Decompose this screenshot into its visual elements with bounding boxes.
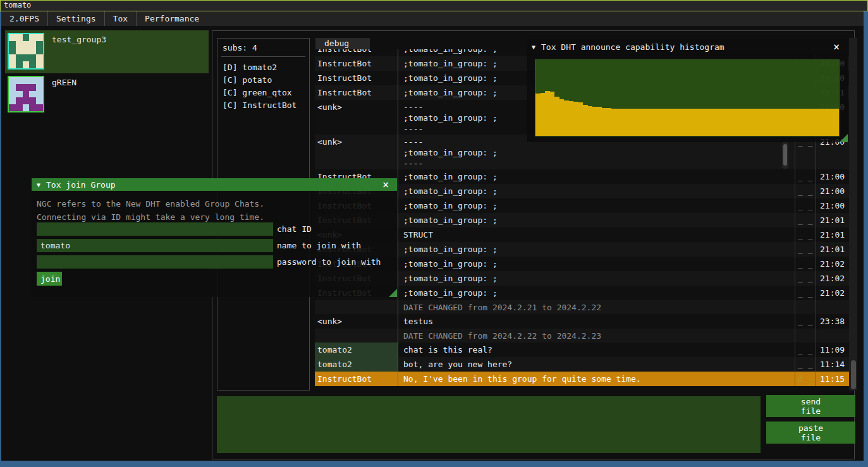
group-row[interactable]: test_group3 bbox=[5, 30, 209, 73]
chat-scrollbar-track[interactable] bbox=[849, 38, 857, 391]
paste-file-button[interactable]: paste file bbox=[766, 422, 855, 444]
chat-sender: tomato2 bbox=[315, 357, 398, 372]
avatar-pixel bbox=[29, 61, 36, 68]
join-password-label: password to join with bbox=[277, 257, 381, 267]
chat-row[interactable]: DATE CHANGED from 2024.2.22 to 2024.2.23 bbox=[315, 329, 850, 343]
chat-sender: InstructBot bbox=[315, 56, 398, 71]
join-group-window-title: Tox join Group bbox=[46, 180, 116, 190]
window-border-bottom bbox=[0, 461, 868, 467]
menu-item-tox[interactable]: Tox bbox=[105, 11, 136, 26]
histogram-bar bbox=[659, 109, 664, 136]
histogram-bar bbox=[792, 109, 797, 136]
avatar-pixel bbox=[36, 54, 43, 61]
histogram-bar bbox=[716, 109, 721, 136]
histogram-bar bbox=[697, 109, 702, 136]
join-name-input[interactable] bbox=[37, 239, 273, 252]
menu-item-settings[interactable]: Settings bbox=[48, 11, 104, 26]
chat-message-line: ---- bbox=[403, 158, 790, 169]
chat-sender bbox=[315, 300, 398, 314]
avatar-pixel bbox=[16, 34, 23, 41]
window-border-left bbox=[0, 11, 1, 467]
group-list: test_group3gREEN bbox=[5, 30, 209, 116]
window-border-right bbox=[864, 11, 868, 467]
avatar-pixel bbox=[29, 91, 36, 98]
histogram-window-titlebar[interactable]: ▼ Tox DHT announce capability histogram … bbox=[527, 39, 848, 54]
avatar-pixel bbox=[36, 61, 43, 68]
histogram-bar bbox=[583, 105, 588, 136]
histogram-bar bbox=[664, 109, 669, 136]
histogram-bar bbox=[626, 109, 631, 136]
chat-message: testus bbox=[398, 314, 795, 329]
avatar-pixel bbox=[36, 41, 43, 48]
chat-row[interactable]: tomato2chat is this real?_ _11:09 bbox=[315, 343, 850, 357]
chat-message-line: ;tomato_in_group: ; bbox=[403, 200, 790, 211]
chat-row[interactable]: InstructBotNo, I've been in this group f… bbox=[315, 372, 850, 386]
fps-indicator: 2.0FPS bbox=[1, 11, 47, 26]
chat-message-line: ;tomato_in_group: ; bbox=[403, 215, 790, 226]
avatar-pixel bbox=[16, 97, 23, 104]
chat-message-line: bot, are you new here? bbox=[403, 359, 790, 370]
chat-message-line: ;tomato_in_group: ; bbox=[403, 244, 790, 255]
chat-message: ;tomato_in_group: ; bbox=[398, 286, 795, 300]
avatar-pixel bbox=[29, 84, 36, 91]
chat-message-line: STRUCT bbox=[403, 229, 790, 240]
chat-row[interactable]: <unk>testus_ _23:38 bbox=[315, 314, 850, 329]
chat-row[interactable]: tomato2bot, are you new here?_ _11:14 bbox=[315, 357, 850, 372]
avatar-pixel bbox=[16, 61, 23, 68]
histogram-bar bbox=[782, 109, 787, 136]
join-button[interactable]: join bbox=[37, 272, 62, 286]
resize-grip-icon[interactable] bbox=[389, 289, 397, 297]
chat-flags bbox=[795, 300, 816, 314]
chat-message: ;tomato_in_group: ; bbox=[398, 213, 795, 227]
histogram-bar bbox=[554, 97, 559, 136]
chat-flags: _ _ bbox=[795, 184, 816, 198]
tab-debug[interactable]: debug bbox=[315, 38, 370, 49]
join-password-input[interactable] bbox=[37, 255, 273, 269]
chat-sender: <unk> bbox=[315, 135, 398, 169]
join-name-label: name to join with bbox=[277, 241, 361, 250]
avatar-pixel bbox=[23, 104, 30, 111]
chat-row[interactable]: DATE CHANGED from 2024.2.21 to 2024.2.22 bbox=[315, 300, 850, 314]
close-icon[interactable]: × bbox=[379, 179, 392, 190]
avatar-pixel bbox=[29, 97, 36, 104]
inner-scrollbar-grab[interactable] bbox=[783, 144, 787, 166]
group-avatar bbox=[8, 33, 44, 70]
avatar-pixel bbox=[9, 77, 16, 84]
avatar-pixel bbox=[9, 84, 16, 91]
resize-grip-icon[interactable] bbox=[840, 134, 848, 142]
subs-member[interactable]: [C] green_qtox bbox=[223, 87, 304, 99]
chat-scrollbar-grab[interactable] bbox=[851, 360, 856, 389]
chat-timestamp: 21:00 bbox=[816, 184, 850, 198]
close-icon[interactable]: × bbox=[830, 42, 843, 52]
send-file-button[interactable]: send file bbox=[766, 395, 855, 417]
avatar-pixel bbox=[36, 84, 43, 91]
subs-member[interactable]: [C] potato bbox=[223, 74, 304, 87]
avatar-pixel bbox=[36, 91, 43, 98]
chat-id-input[interactable] bbox=[37, 222, 273, 236]
join-group-window-titlebar[interactable]: ▼ Tox join Group × bbox=[32, 178, 397, 191]
histogram-bar bbox=[773, 109, 778, 136]
collapse-arrow-icon[interactable]: ▼ bbox=[37, 181, 40, 188]
window-titlebar[interactable]: tomato bbox=[0, 0, 868, 11]
chat-message-line: DATE CHANGED from 2024.2.22 to 2024.2.23 bbox=[403, 331, 790, 341]
histogram-bar bbox=[588, 106, 593, 136]
collapse-arrow-icon[interactable]: ▼ bbox=[532, 44, 535, 51]
avatar-pixel bbox=[29, 48, 36, 55]
histogram-bar bbox=[573, 102, 578, 136]
histogram-bar bbox=[806, 109, 811, 136]
subs-separator bbox=[221, 56, 305, 57]
subs-member[interactable]: [D] tomato2 bbox=[223, 61, 304, 74]
message-input[interactable] bbox=[217, 396, 761, 453]
menu-item-performance[interactable]: Performance bbox=[137, 11, 207, 26]
avatar-pixel bbox=[36, 48, 43, 55]
join-group-window: ▼ Tox join Group × NGC refers to the New… bbox=[32, 178, 397, 297]
join-group-info: NGC refers to the New DHT enabled Group … bbox=[37, 197, 392, 224]
histogram-bar bbox=[754, 109, 759, 136]
histogram-bar bbox=[597, 107, 602, 136]
subs-member[interactable]: [C] InstructBot bbox=[223, 99, 304, 112]
avatar-pixel bbox=[23, 77, 30, 84]
group-row[interactable]: gREEN bbox=[5, 73, 209, 116]
chat-message-line: ;tomato_in_group: ; bbox=[403, 171, 790, 182]
histogram-bar bbox=[630, 109, 635, 136]
chat-flags: _ _ bbox=[795, 357, 816, 372]
